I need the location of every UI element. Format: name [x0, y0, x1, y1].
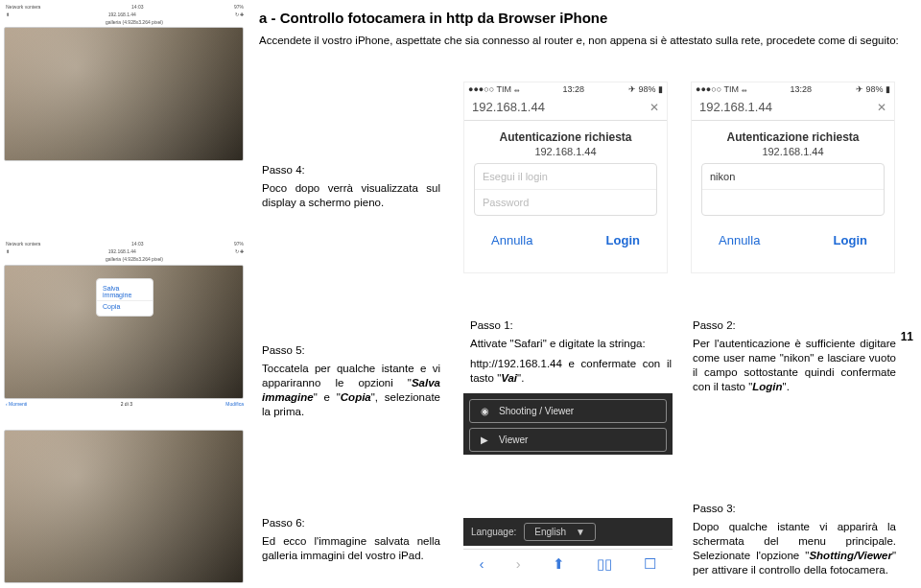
- password-field-2[interactable]: [702, 190, 884, 215]
- passo3-label: Passo 3:: [693, 503, 896, 514]
- phone-auth-empty: ●●●○○ TIM ⏛ 13:28 ✈ 98% ▮ 192.168.1.44 ✕…: [463, 82, 668, 273]
- thumb1-share-icon: ⬆: [6, 12, 10, 17]
- intro-text: Accendete il vostro iPhone, aspettate ch…: [259, 33, 902, 48]
- thumb2-carrier: Network vontera: [6, 241, 40, 247]
- addr-ip: 192.168.1.44: [472, 100, 545, 114]
- passo5-block: Passo 5: Toccatela per qualche istante e…: [262, 344, 440, 419]
- back-icon[interactable]: ‹: [480, 555, 484, 572]
- thumb1-ip: 192.168.1.44: [108, 12, 136, 17]
- dropdown-icon: ▼: [576, 527, 585, 537]
- thumb1-carrier: Network vontera: [6, 4, 40, 10]
- thumb2-gallery-label: galleria (4.928x3.264 pixel): [106, 256, 163, 262]
- passo5-label: Passo 5:: [262, 344, 440, 356]
- login-button[interactable]: Login: [606, 233, 640, 247]
- addr-ip-2: 192.168.1.44: [699, 100, 772, 114]
- viewer-label: Viewer: [499, 435, 528, 445]
- passo4-block: Passo 4: Poco dopo verrà visualizzata su…: [262, 164, 440, 210]
- passo4-text: Poco dopo verrà visualizzata sul display…: [262, 181, 440, 210]
- screenshot-passo4: [4, 27, 244, 161]
- passo3-block: Passo 3: Dopo qualche istante vi apparir…: [693, 503, 896, 577]
- phone-auth-filled: ●●●○○ TIM ⏛ 13:28 ✈ 98% ▮ 192.168.1.44 ✕…: [691, 82, 895, 273]
- play-icon: ▶: [478, 435, 491, 445]
- passo4-label: Passo 4:: [262, 164, 440, 176]
- shooting-viewer-label: Shooting / Viewer: [499, 406, 574, 416]
- passo6-label: Passo 6:: [262, 517, 440, 529]
- status-bar-2: ●●●○○ TIM ⏛ 13:28 ✈ 98% ▮: [692, 82, 894, 96]
- close-icon-2[interactable]: ✕: [877, 101, 886, 114]
- browser-toolbar: ‹ › ⬆ ▯▯ ☐: [463, 549, 673, 577]
- passo6-block: Passo 6: Ed ecco l'immagine salvata nell…: [262, 517, 440, 563]
- shooting-viewer-option[interactable]: ◉ Shooting / Viewer: [469, 399, 667, 423]
- tabs-icon[interactable]: ☐: [644, 555, 656, 573]
- username-field[interactable]: Esegui il login: [475, 164, 656, 190]
- close-icon[interactable]: ✕: [649, 101, 659, 114]
- viewer-option[interactable]: ▶ Viewer: [469, 428, 667, 452]
- passo5-text: Toccatela per qualche istante e vi appar…: [262, 362, 440, 419]
- camera-menu-panel: ◉ Shooting / Viewer ▶ Viewer: [463, 393, 673, 455]
- thumb2-reload-icon: ↻ ✚: [235, 248, 244, 254]
- thumb1-batt: 97%: [234, 4, 244, 10]
- address-bar-2[interactable]: 192.168.1.44 ✕: [692, 96, 894, 121]
- auth-title: Autenticazione richiesta: [464, 130, 667, 144]
- screenshot-passo6: [4, 430, 244, 583]
- thumb2-batt: 97%: [234, 241, 244, 247]
- language-label: Language:: [471, 527, 516, 537]
- password-field[interactable]: Password: [475, 190, 656, 215]
- thumb2-share-icon: ⬆: [6, 248, 10, 254]
- auth-title-2: Autenticazione richiesta: [692, 130, 894, 144]
- section-title: a - Controllo fotocamera in http da Brow…: [259, 10, 607, 26]
- address-bar[interactable]: 192.168.1.44 ✕: [464, 96, 667, 121]
- thumb2-time: 14:03: [131, 241, 144, 247]
- username-field-2[interactable]: nikon: [702, 164, 884, 190]
- passo3-text: Dopo qualche istante vi apparirà la sche…: [693, 520, 896, 577]
- language-selector[interactable]: English ▼: [524, 523, 596, 541]
- login-button-2[interactable]: Login: [834, 233, 867, 247]
- passo1-block: Passo 1: Attivate "Safari" e digitate la…: [470, 319, 672, 386]
- thumb3-count: 2 di 3: [121, 401, 132, 407]
- thumb1-reload-icon: ↻ ✚: [235, 12, 244, 17]
- passo1-label: Passo 1:: [470, 319, 672, 331]
- page-number: 11: [901, 330, 913, 343]
- thumb1-gallery-label: galleria (4.928x3.264 pixel): [106, 19, 163, 25]
- context-popup: Salva immagine Copia: [96, 278, 154, 317]
- passo1-text2: http://192.168.1.44 e confermate con il …: [470, 357, 672, 386]
- passo2-block: Passo 2: Per l'autenticazione è sufficie…: [693, 319, 896, 394]
- share-icon[interactable]: ⬆: [553, 555, 565, 573]
- popup-copy[interactable]: Copia: [97, 300, 153, 312]
- thumb2-ip: 192.168.1.44: [108, 248, 136, 254]
- language-panel: Language: English ▼: [463, 518, 673, 546]
- cancel-button[interactable]: Annulla: [491, 233, 532, 247]
- thumb3-modify: Modifica: [225, 401, 244, 407]
- auth-inputs-2: nikon: [701, 163, 885, 216]
- status-bar: ●●●○○ TIM ⏛ 13:28 ✈ 98% ▮: [464, 82, 667, 96]
- cancel-button-2[interactable]: Annulla: [719, 233, 760, 247]
- popup-save[interactable]: Salva immagine: [97, 283, 153, 300]
- language-value: English: [534, 527, 566, 537]
- thumb1-time: 14:03: [131, 4, 144, 10]
- forward-icon: ›: [516, 555, 521, 572]
- auth-inputs: Esegui il login Password: [474, 163, 657, 216]
- auth-ip-2: 192.168.1.44: [692, 146, 894, 157]
- passo2-label: Passo 2:: [693, 319, 896, 331]
- thumb3-back: ‹ Momenti: [6, 401, 27, 407]
- auth-ip: 192.168.1.44: [464, 146, 667, 157]
- passo2-text: Per l'autenticazione è sufficiente digit…: [693, 337, 896, 394]
- camera-icon: ◉: [478, 407, 491, 416]
- bookmarks-icon[interactable]: ▯▯: [597, 555, 612, 573]
- passo6-text: Ed ecco l'immagine salvata nella galleri…: [262, 534, 440, 563]
- passo1-text1: Attivate "Safari" e digitate la stringa:: [470, 337, 672, 351]
